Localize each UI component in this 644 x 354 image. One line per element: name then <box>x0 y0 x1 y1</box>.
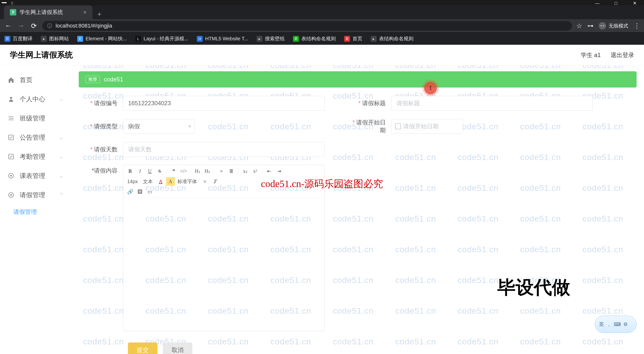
header-user[interactable]: 学生 a1 <box>581 51 601 59</box>
sidebar-label: 考勤管理 <box>20 152 45 161</box>
sidebar-label: 班级管理 <box>20 114 45 123</box>
browser-tab[interactable]: V 学生网上请假系统 × <box>4 5 92 19</box>
italic-icon[interactable]: I <box>136 167 144 175</box>
field-leave-content: *请假内容 B I U S ❝ </> H₁ H₂ ≡ <box>79 165 595 331</box>
target-icon <box>8 173 14 179</box>
bookmarks-bar: 百百度翻译 ▸图标网站 EElement - 网站快... LLayui - 经… <box>0 32 644 45</box>
input-start-date[interactable] <box>391 119 463 134</box>
sidebar-label: 课表管理 <box>20 172 45 180</box>
input-leave-days[interactable] <box>123 142 325 157</box>
chevron-down-icon: ⌄ <box>59 134 64 140</box>
h2-icon[interactable]: H₂ <box>203 167 212 175</box>
indent-icon[interactable]: ⇥ <box>274 167 284 175</box>
sidebar-item-notice[interactable]: 公告管理 ⌄ <box>0 128 71 147</box>
field-leave-days: *请假天数 <box>79 142 595 157</box>
editor-body[interactable] <box>123 198 324 331</box>
bookmark-item[interactable]: 表表结构命名规则 <box>293 35 336 42</box>
label-start-date: 请假开始日期 <box>356 119 386 133</box>
browser-menu-icon[interactable]: ⋮ <box>634 22 640 30</box>
bookmark-item[interactable]: EElement - 网站快... <box>77 35 127 42</box>
sidebar-label: 首页 <box>20 76 32 84</box>
label-leave-days: 请假天数 <box>94 146 118 153</box>
svg-point-0 <box>10 97 12 99</box>
nav-forward-icon[interactable]: → <box>17 22 25 30</box>
chevron-down-icon: ⌄ <box>59 96 64 102</box>
sidebar-label: 公告管理 <box>20 133 45 142</box>
bold-icon[interactable]: B <box>126 167 134 175</box>
nav-back-icon[interactable]: ← <box>4 22 12 30</box>
video-icon[interactable]: ▭ <box>146 188 154 196</box>
target-icon <box>8 192 14 198</box>
rich-editor: B I U S ❝ </> H₁ H₂ ≡ ≣ x₂ <box>123 165 325 331</box>
superscript-icon[interactable]: x² <box>251 167 260 175</box>
bookmark-item[interactable]: ▸表结构命名规则 <box>371 35 414 42</box>
sidebar-item-timetable[interactable]: 课表管理 ⌄ <box>0 166 71 185</box>
code-icon[interactable]: </> <box>179 167 188 175</box>
window-close[interactable]: ✕ <box>625 0 644 6</box>
chevron-down-icon: ⌄ <box>59 173 64 179</box>
nav-reload-icon[interactable]: ⟳ <box>30 22 38 30</box>
font-size-select[interactable]: 14px <box>126 177 142 186</box>
tab-close-icon[interactable]: × <box>83 9 86 16</box>
image-icon[interactable]: 🖼 <box>136 188 144 196</box>
window-minimize[interactable]: — <box>588 0 606 6</box>
field-leave-id: *请假编号 <box>79 96 327 111</box>
submit-button[interactable]: 提交 <box>128 343 158 354</box>
editor-toolbar: B I U S ❝ </> H₁ H₂ ≡ ≣ x₂ <box>123 165 324 198</box>
subscript-icon[interactable]: x₂ <box>241 167 250 175</box>
block-format-select[interactable]: 文本 <box>142 177 157 186</box>
bookmark-item[interactable]: LLayui - 经典开源模... <box>135 35 188 42</box>
label-leave-content: 请假内容 <box>94 167 118 174</box>
bookmark-item[interactable]: ▸图标网站 <box>41 35 69 42</box>
browser-address-bar: ← → ⟳ ⓘ localhost:8081/#/qingjia ☆ ⊶ 👓 无… <box>0 19 644 32</box>
sidebar-item-attendance[interactable]: 考勤管理 ⌄ <box>0 147 71 166</box>
list-ul-icon[interactable]: ≣ <box>227 167 236 175</box>
taskbar-icon[interactable] <box>0 0 8 5</box>
cancel-button[interactable]: 取消 <box>163 343 192 354</box>
list-ol-icon[interactable]: ≡ <box>217 167 226 175</box>
underline-icon[interactable]: U <box>146 167 154 175</box>
incognito-icon: 👓 <box>599 22 606 29</box>
sidebar-item-home[interactable]: 首页 <box>0 70 71 89</box>
strike-icon[interactable]: S <box>155 167 164 175</box>
input-leave-title[interactable] <box>391 96 593 111</box>
align-icon[interactable]: ≡ <box>200 177 209 186</box>
new-tab-button[interactable]: + <box>94 9 104 19</box>
sidebar-item-profile[interactable]: 个人中心 ⌄ <box>0 89 71 109</box>
bookmark-item[interactable]: ▸搜索壁纸 <box>256 35 284 42</box>
header-logout[interactable]: 退出登录 <box>610 51 634 59</box>
clear-format-icon[interactable]: T̷ <box>210 177 219 186</box>
link-icon[interactable]: 🔗 <box>126 188 134 196</box>
field-start-date: *请假开始日期 <box>347 118 595 134</box>
bg-color-icon[interactable]: A <box>166 177 175 186</box>
password-key-icon[interactable]: ⊶ <box>588 22 593 29</box>
sidebar-subitem-leave-manage[interactable]: 请假管理 <box>0 205 71 219</box>
text-color-icon[interactable]: A <box>156 177 165 186</box>
font-family-select[interactable]: 标准字体 <box>176 177 202 186</box>
quote-icon[interactable]: ❝ <box>169 167 178 175</box>
window-maximize[interactable]: □ <box>606 0 625 6</box>
input-leave-id[interactable] <box>123 96 325 111</box>
ime-floating-bar[interactable]: 英 ， ⌨ ⚙ <box>595 316 636 333</box>
sidebar-label: 请假管理 <box>20 191 45 199</box>
sidebar-item-leave[interactable]: 请假管理 ⌃ <box>0 185 71 205</box>
ime-settings-icon[interactable]: ⚙ <box>623 321 628 327</box>
bookmark-star-icon[interactable]: ☆ <box>576 22 582 30</box>
pinned-app-icon[interactable]: ◧ <box>8 0 17 5</box>
url-input[interactable]: ⓘ localhost:8081/#/qingjia <box>42 21 572 31</box>
select-leave-type[interactable] <box>123 119 195 134</box>
tab-title: 学生网上请假系统 <box>20 8 63 16</box>
bookmark-item[interactable]: 首首页 <box>344 35 362 42</box>
h1-icon[interactable]: H₁ <box>193 167 202 175</box>
site-info-icon[interactable]: ⓘ <box>47 23 52 29</box>
bookmark-item[interactable]: 百百度翻译 <box>4 35 32 42</box>
outdent-icon[interactable]: ⇤ <box>265 167 274 175</box>
page-banner: 推荐 code51 <box>79 71 636 87</box>
ime-punct-icon[interactable]: ， <box>606 321 611 328</box>
sidebar: 首页 个人中心 ⌄ 班级管理 公告管理 ⌄ 考勤管理 ⌄ 课表管理 ⌄ 请假 <box>0 65 71 354</box>
check-icon <box>8 134 14 141</box>
sidebar-item-class[interactable]: 班级管理 <box>0 109 71 128</box>
incognito-label: 无痕模式 <box>608 23 628 29</box>
bookmark-item[interactable]: HHTML5 Website T... <box>197 36 248 42</box>
ime-keyboard-icon[interactable]: ⌨ <box>614 321 621 327</box>
